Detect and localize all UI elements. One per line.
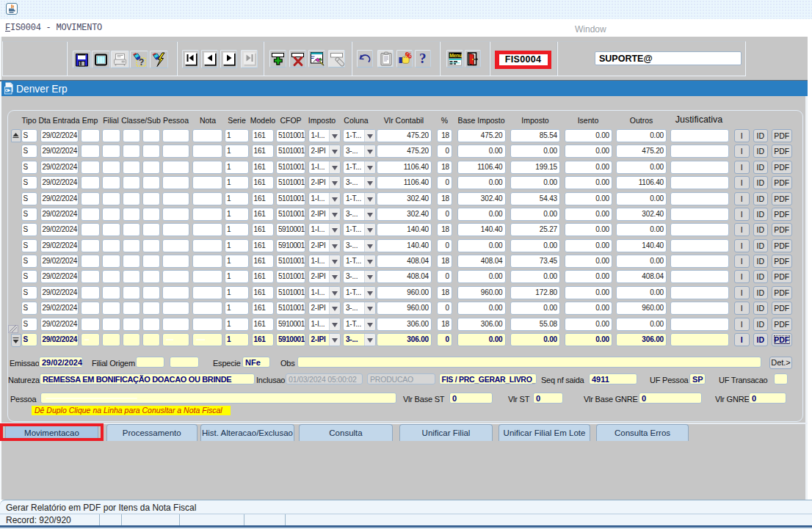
svg-text:?: ? bbox=[139, 57, 144, 68]
svg-text:?: ? bbox=[419, 51, 427, 66]
svg-text:Menu: Menu bbox=[449, 53, 462, 58]
